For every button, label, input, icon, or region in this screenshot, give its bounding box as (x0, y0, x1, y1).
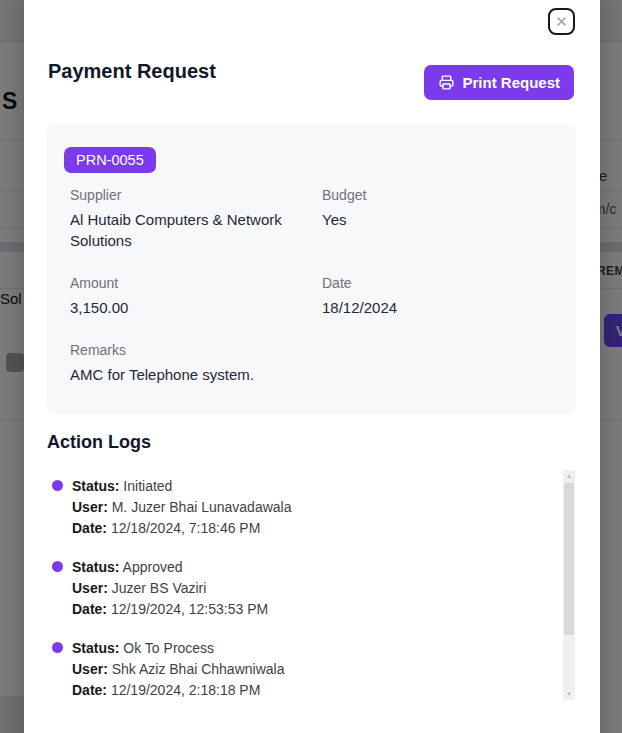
bullet-icon (52, 561, 63, 572)
date-value: 12/18/2024, 7:18:46 PM (111, 520, 260, 536)
log-entry: Status: Initiated User: M. Juzer Bhai Lu… (46, 476, 576, 539)
bullet-icon (52, 642, 63, 653)
bullet-icon (52, 480, 63, 491)
screen: S e um/c REMARKS Sol View ✕ Payment Requ… (0, 0, 622, 733)
field-supplier: Supplier Al Hutaib Computers & Network S… (70, 187, 322, 251)
field-value: Al Hutaib Computers & Network Solutions (70, 209, 322, 251)
action-logs-title: Action Logs (47, 432, 151, 453)
print-request-label: Print Request (462, 74, 560, 91)
log-entry: Status: Ok To Process User: Shk Aziz Bha… (46, 638, 576, 701)
field-date: Date 18/12/2024 (322, 275, 552, 318)
user-value: M. Juzer Bhai Lunavadawala (112, 499, 292, 515)
close-icon: ✕ (555, 14, 568, 29)
log-user-line: User: Juzer BS Vaziri (72, 578, 576, 599)
scroll-down-icon[interactable]: ▼ (563, 688, 575, 700)
field-remarks: Remarks AMC for Telephone system. (70, 342, 552, 385)
date-label: Date: (72, 682, 107, 698)
action-logs-list[interactable]: Status: Initiated User: M. Juzer Bhai Lu… (46, 470, 576, 706)
status-label: Status: (72, 559, 119, 575)
status-label: Status: (72, 640, 119, 656)
status-label: Status: (72, 478, 119, 494)
field-label: Supplier (70, 187, 322, 203)
field-label: Budget (322, 187, 552, 203)
date-label: Date: (72, 601, 107, 617)
payment-request-modal: ✕ Payment Request Print Request PRN-0055… (24, 0, 600, 733)
field-amount: Amount 3,150.00 (70, 275, 322, 318)
modal-title: Payment Request (48, 60, 216, 83)
user-value: Juzer BS Vaziri (112, 580, 207, 596)
field-label: Remarks (70, 342, 552, 358)
printer-icon (438, 74, 455, 91)
scroll-up-icon[interactable]: ▲ (563, 470, 575, 482)
details-fields: Supplier Al Hutaib Computers & Network S… (70, 187, 552, 385)
status-value: Ok To Process (123, 640, 214, 656)
log-status-line: Status: Approved (72, 557, 576, 578)
user-label: User: (72, 580, 108, 596)
print-request-button[interactable]: Print Request (424, 65, 574, 100)
scrollbar-thumb[interactable] (564, 483, 574, 635)
field-label: Amount (70, 275, 322, 291)
status-value: Approved (123, 559, 183, 575)
field-budget: Budget Yes (322, 187, 552, 251)
log-status-line: Status: Ok To Process (72, 638, 576, 659)
user-label: User: (72, 661, 108, 677)
log-status-line: Status: Initiated (72, 476, 576, 497)
logs-scrollbar[interactable]: ▲ ▼ (563, 470, 575, 700)
status-value: Initiated (123, 478, 172, 494)
field-value: AMC for Telephone system. (70, 364, 552, 385)
payment-details-card: PRN-0055 Supplier Al Hutaib Computers & … (46, 124, 576, 414)
field-value: 3,150.00 (70, 297, 322, 318)
close-button[interactable]: ✕ (548, 8, 575, 35)
field-value: Yes (322, 209, 552, 230)
field-value: 18/12/2024 (322, 297, 552, 318)
date-label: Date: (72, 520, 107, 536)
log-date-line: Date: 12/19/2024, 12:53:53 PM (72, 599, 576, 620)
log-date-line: Date: 12/19/2024, 2:18:18 PM (72, 680, 576, 701)
date-value: 12/19/2024, 12:53:53 PM (111, 601, 268, 617)
log-user-line: User: Shk Aziz Bhai Chhawniwala (72, 659, 576, 680)
log-entry: Status: Approved User: Juzer BS Vaziri D… (46, 557, 576, 620)
field-label: Date (322, 275, 552, 291)
log-user-line: User: M. Juzer Bhai Lunavadawala (72, 497, 576, 518)
log-date-line: Date: 12/18/2024, 7:18:46 PM (72, 518, 576, 539)
date-value: 12/19/2024, 2:18:18 PM (111, 682, 260, 698)
prn-number-badge: PRN-0055 (64, 147, 156, 173)
user-label: User: (72, 499, 108, 515)
user-value: Shk Aziz Bhai Chhawniwala (112, 661, 285, 677)
